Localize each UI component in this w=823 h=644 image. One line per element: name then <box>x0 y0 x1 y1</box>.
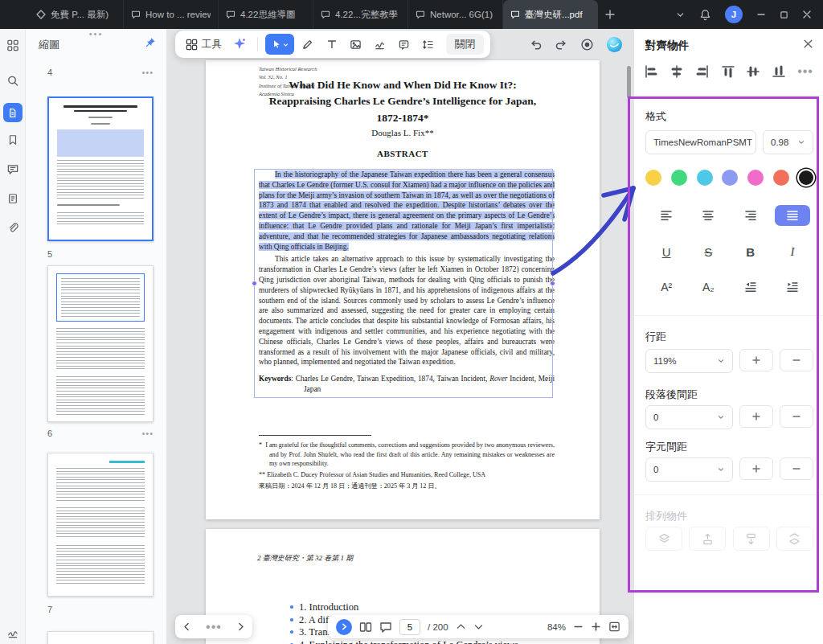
subscript-button[interactable]: A₂ <box>702 281 714 293</box>
page-layout-icon[interactable] <box>359 621 372 634</box>
align-left-icon[interactable] <box>644 64 658 79</box>
selection-handle-left[interactable] <box>252 281 257 286</box>
pin-panel-icon[interactable] <box>145 37 156 48</box>
zoom-in-icon[interactable] <box>591 621 601 632</box>
signature-stamp-tool-icon[interactable] <box>369 34 391 55</box>
comment-bubble-icon[interactable] <box>379 621 392 634</box>
user-avatar[interactable]: J <box>725 6 743 23</box>
note-comment-tool-icon[interactable] <box>393 34 415 55</box>
color-swatch-yellow[interactable] <box>645 170 661 186</box>
tab-document-2[interactable]: How to ... review <box>124 0 219 29</box>
indent-decrease-icon[interactable] <box>730 281 772 293</box>
tab-document-5[interactable]: Networ... 6G(1) <box>408 0 503 29</box>
vertical-scrollbar[interactable] <box>627 66 631 98</box>
paragraph-align-right-icon[interactable] <box>730 209 772 222</box>
thumbnail-page-8-partial[interactable] <box>47 631 154 644</box>
bookmark-icon[interactable] <box>7 134 18 146</box>
image-tool-icon[interactable] <box>345 34 366 55</box>
fit-width-icon[interactable] <box>608 621 620 633</box>
tab-document-1[interactable]: 免費 P... 最新) <box>29 0 124 29</box>
align-bottom-icon[interactable] <box>772 64 786 79</box>
redo-icon[interactable] <box>555 38 568 51</box>
ai-sparkle-icon[interactable] <box>228 34 250 55</box>
text-tool-icon[interactable] <box>321 34 342 55</box>
app-grid-icon[interactable] <box>6 39 18 51</box>
color-swatch-orange[interactable] <box>773 170 789 186</box>
color-swatch-cyan[interactable] <box>697 170 713 186</box>
paragraph-spacing-increase-button[interactable] <box>739 405 773 428</box>
abstract-heading[interactable]: ABSTRACT <box>206 149 600 158</box>
paragraph-spacing-select[interactable]: 0 <box>645 405 733 429</box>
panel-drag-handle-icon[interactable]: ••• <box>89 29 104 39</box>
pdf-page-5[interactable]: Taiwan Historical Research Vol. 32, No. … <box>206 60 600 519</box>
line-spacing-select[interactable]: 119% <box>645 349 733 373</box>
more-align-options-icon[interactable]: ••• <box>797 64 813 79</box>
tools-menu-button[interactable]: 工具 <box>182 38 226 51</box>
superscript-button[interactable]: A² <box>661 281 672 293</box>
pen-annotate-tool-icon[interactable] <box>297 34 318 55</box>
page-down-chevron-icon[interactable] <box>473 621 484 632</box>
close-window-button[interactable] <box>802 10 812 19</box>
line-spacing-increase-button[interactable] <box>739 349 773 371</box>
comments-icon[interactable] <box>6 163 18 175</box>
send-to-back-icon[interactable] <box>776 527 813 551</box>
prev-chevron-icon[interactable] <box>182 621 192 632</box>
char-spacing-increase-button[interactable] <box>739 457 773 480</box>
paragraph-align-center-icon[interactable] <box>687 209 729 222</box>
article-author[interactable]: Douglas L. Fix** <box>206 128 600 137</box>
line-spacing-tool-icon[interactable] <box>417 34 439 55</box>
page-options-icon[interactable]: ••• <box>141 68 154 77</box>
minimize-button[interactable] <box>756 10 766 19</box>
maximize-button[interactable] <box>780 10 788 19</box>
page-notes-icon[interactable] <box>7 193 18 204</box>
new-tab-button[interactable] <box>598 0 622 29</box>
color-swatch-periwinkle[interactable] <box>722 170 738 186</box>
tab-document-active[interactable]: 臺灣史研...pdf <box>503 0 598 29</box>
selected-highlighted-text[interactable]: In the historiography of the Japanese Ta… <box>259 170 555 251</box>
select-tool-button-active[interactable] <box>265 34 294 55</box>
close-panel-icon[interactable] <box>803 39 813 49</box>
line-spacing-decrease-button[interactable] <box>780 349 813 371</box>
indent-increase-icon[interactable] <box>772 281 813 293</box>
send-backward-icon[interactable] <box>733 527 770 551</box>
underline-button[interactable]: U <box>662 245 671 259</box>
paragraph-spacing-decrease-button[interactable] <box>780 405 813 428</box>
font-family-select[interactable]: TimesNewRomanPSMT <box>645 130 756 154</box>
zoom-level-value[interactable]: 84% <box>547 622 566 632</box>
thumbnail-page-5[interactable] <box>47 96 154 241</box>
char-spacing-decrease-button[interactable] <box>780 457 813 480</box>
abstract-text-block[interactable]: In the historiography of the Japanese Ta… <box>259 170 555 397</box>
article-title[interactable]: What Did He Know and When Did He Know It… <box>206 77 600 126</box>
keywords-line[interactable]: Keywords: Charles Le Gendre, Taiwan Expe… <box>259 374 555 395</box>
ai-assistant-orb-icon[interactable] <box>606 36 623 53</box>
running-header[interactable]: 2 臺灣史研究・第 32 卷第 1 期 <box>257 553 353 564</box>
thumbnails-panel-icon[interactable] <box>3 103 23 122</box>
align-middle-vertical-icon[interactable] <box>746 64 760 79</box>
align-center-horizontal-icon[interactable] <box>669 64 684 79</box>
notifications-bell-icon[interactable] <box>699 9 711 21</box>
bold-button[interactable]: B <box>746 245 755 259</box>
tab-document-4[interactable]: 4.22...完整教學 <box>313 0 408 29</box>
footnotes-block[interactable]: * I am grateful for the thoughtful comme… <box>259 435 555 491</box>
paragraph-align-left-icon[interactable] <box>645 209 687 222</box>
bring-to-front-icon[interactable] <box>645 527 682 551</box>
page-options-icon[interactable]: ••• <box>141 429 154 438</box>
expand-toolbar-icon[interactable] <box>336 619 352 635</box>
page-up-chevron-icon[interactable] <box>456 621 466 632</box>
char-spacing-select[interactable]: 0 <box>645 457 733 482</box>
next-chevron-icon[interactable] <box>235 621 246 632</box>
undo-icon[interactable] <box>529 38 543 51</box>
align-top-icon[interactable] <box>721 64 735 79</box>
italic-button[interactable]: I <box>790 245 794 259</box>
paragraph-justify-icon-active[interactable] <box>775 205 810 226</box>
bring-forward-icon[interactable] <box>689 527 726 551</box>
search-icon[interactable] <box>6 75 18 87</box>
zoom-out-icon[interactable] <box>573 621 583 632</box>
close-edit-mode-button[interactable]: 關閉 <box>446 34 484 55</box>
font-size-select[interactable]: 0.98 <box>763 130 813 154</box>
color-swatch-pink[interactable] <box>747 170 764 186</box>
color-swatch-black-selected[interactable] <box>799 170 813 185</box>
attachments-paperclip-icon[interactable] <box>7 222 18 233</box>
strikethrough-button[interactable]: S <box>704 245 712 259</box>
tab-document-3[interactable]: 4.22思維導圖 <box>219 0 313 29</box>
